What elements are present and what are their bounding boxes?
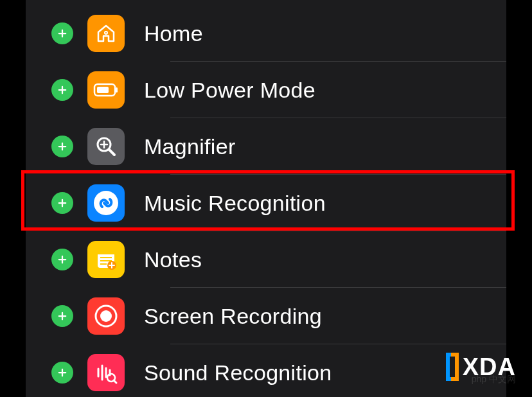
svg-point-0 (105, 31, 107, 34)
notes-icon (87, 241, 125, 278)
add-button-low-power[interactable] (51, 79, 73, 101)
list-item-music-recognition[interactable]: Music Recognition (26, 175, 506, 231)
list-item-magnifier[interactable]: Magnifier (26, 118, 506, 175)
list-item-home[interactable]: Home (26, 5, 506, 62)
plus-icon (57, 254, 68, 265)
list-item-screen-recording[interactable]: Screen Recording (26, 288, 506, 344)
svg-line-5 (109, 150, 114, 155)
plus-icon (57, 141, 68, 152)
add-button-home[interactable] (51, 22, 73, 44)
xda-watermark: XDA (446, 353, 516, 381)
add-button-magnifier[interactable] (51, 136, 73, 157)
control-center-more-controls-list: Home Low Power Mode Magnifier (26, 5, 506, 397)
shazam-icon (87, 184, 125, 222)
list-item-sound-recognition[interactable]: Sound Recognition (26, 344, 506, 397)
label-sound-recognition: Sound Recognition (144, 360, 332, 385)
plus-icon (57, 28, 68, 39)
label-notes: Notes (144, 247, 202, 272)
bracket-right-icon (451, 353, 459, 381)
label-screen-recording: Screen Recording (144, 304, 322, 329)
plus-icon (57, 310, 68, 322)
label-magnifier: Magnifier (144, 134, 236, 159)
svg-point-6 (94, 191, 118, 215)
plus-icon (57, 367, 68, 378)
battery-icon (87, 71, 125, 109)
svg-line-20 (114, 380, 116, 383)
svg-rect-8 (98, 251, 114, 254)
svg-point-14 (100, 310, 112, 322)
add-button-music-recognition[interactable] (51, 192, 73, 214)
settings-list-container: Home Low Power Mode Magnifier (26, 0, 506, 397)
label-music-recognition: Music Recognition (144, 191, 326, 216)
magnifier-icon (87, 128, 125, 165)
label-low-power: Low Power Mode (144, 78, 315, 103)
list-item-notes[interactable]: Notes (26, 231, 506, 288)
list-item-low-power[interactable]: Low Power Mode (26, 62, 506, 118)
add-button-screen-recording[interactable] (51, 305, 73, 327)
home-icon (87, 15, 125, 52)
record-icon (87, 297, 125, 335)
sound-icon (87, 354, 125, 391)
watermark-text: XDA (463, 353, 516, 381)
add-button-sound-recognition[interactable] (51, 362, 73, 384)
svg-rect-3 (116, 87, 118, 93)
plus-icon (57, 84, 68, 96)
svg-rect-2 (97, 87, 109, 93)
plus-icon (57, 197, 68, 209)
add-button-notes[interactable] (51, 249, 73, 270)
label-home: Home (144, 21, 203, 46)
